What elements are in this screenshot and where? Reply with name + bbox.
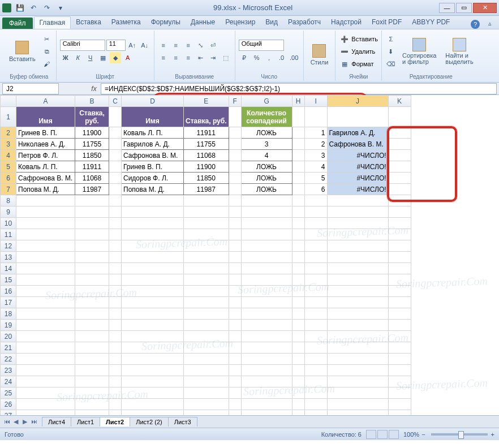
cell-G26[interactable]: [241, 399, 292, 410]
ribbon-tab-6[interactable]: Вид: [260, 16, 283, 29]
cell-B23[interactable]: [75, 365, 109, 376]
cell-C13[interactable]: [109, 252, 122, 263]
cut-icon[interactable]: ✂: [41, 33, 53, 45]
cell-E18[interactable]: [184, 308, 229, 320]
cell-A23[interactable]: [16, 365, 75, 376]
cell-I1[interactable]: [304, 107, 327, 127]
cell-J20[interactable]: [327, 331, 388, 342]
cell-I19[interactable]: [304, 320, 327, 331]
border-icon[interactable]: ▦: [97, 52, 109, 63]
file-tab[interactable]: Файл: [2, 18, 33, 29]
cell-J17[interactable]: [327, 297, 388, 308]
cell-H7[interactable]: [292, 184, 304, 195]
cell-J13[interactable]: [327, 252, 388, 263]
cell-H16[interactable]: [292, 286, 304, 297]
sort-filter-button[interactable]: Сортировка и фильтр: [399, 37, 440, 66]
cell-G4[interactable]: 4: [241, 150, 292, 161]
cell-G7[interactable]: ЛОЖЬ: [241, 184, 292, 195]
cell-B7[interactable]: 11987: [75, 184, 109, 195]
cell-H3[interactable]: [292, 139, 304, 150]
insert-cells-icon[interactable]: ➕: [339, 33, 350, 45]
cell-C10[interactable]: [109, 218, 122, 229]
row-header-7[interactable]: 7: [1, 184, 16, 195]
cell-J24[interactable]: [327, 376, 388, 387]
cell-K2[interactable]: [388, 127, 411, 139]
cell-B9[interactable]: [75, 206, 109, 218]
cell-J14[interactable]: [327, 263, 388, 274]
insert-cells-label[interactable]: Вставить: [351, 36, 378, 42]
cell-E22[interactable]: [184, 354, 229, 365]
cell-J23[interactable]: [327, 365, 388, 376]
cell-F13[interactable]: [229, 252, 241, 263]
cell-H20[interactable]: [292, 331, 304, 342]
help-icon[interactable]: ?: [471, 20, 480, 29]
cell-D25[interactable]: [122, 387, 184, 399]
close-button[interactable]: ✕: [473, 3, 497, 13]
cell-K10[interactable]: [388, 218, 411, 229]
cell-B8[interactable]: [75, 195, 109, 206]
number-format-combo[interactable]: Общий: [239, 40, 284, 51]
cell-A11[interactable]: [16, 229, 75, 240]
cell-D21[interactable]: [122, 342, 184, 354]
cell-A2[interactable]: Гринев В. П.: [16, 127, 75, 139]
cell-B20[interactable]: [75, 331, 109, 342]
cell-F17[interactable]: [229, 297, 241, 308]
cell-J25[interactable]: [327, 387, 388, 399]
cell-J19[interactable]: [327, 320, 388, 331]
copy-icon[interactable]: ⧉: [41, 46, 53, 57]
cell-D18[interactable]: [122, 308, 184, 320]
cell-C5[interactable]: [109, 161, 122, 173]
cell-G23[interactable]: [241, 365, 292, 376]
wrap-text-icon[interactable]: ⏎: [208, 40, 219, 51]
cell-I2[interactable]: 1: [304, 127, 327, 139]
col-header-G[interactable]: G: [241, 96, 292, 107]
cell-I21[interactable]: [304, 342, 327, 354]
ribbon-tab-10[interactable]: ABBYY PDF: [407, 16, 455, 29]
cell-B13[interactable]: [75, 252, 109, 263]
cell-J22[interactable]: [327, 354, 388, 365]
cell-F25[interactable]: [229, 387, 241, 399]
cell-D10[interactable]: [122, 218, 184, 229]
cell-E7[interactable]: 11987: [184, 184, 229, 195]
cell-A9[interactable]: [16, 206, 75, 218]
col-header-A[interactable]: A: [16, 96, 75, 107]
cell-H13[interactable]: [292, 252, 304, 263]
cell-A12[interactable]: [16, 240, 75, 252]
cell-J2[interactable]: Гаврилов А. Д.: [327, 127, 388, 139]
cell-D17[interactable]: [122, 297, 184, 308]
cell-A13[interactable]: [16, 252, 75, 263]
cell-J18[interactable]: [327, 308, 388, 320]
cell-E6[interactable]: 11850: [184, 173, 229, 184]
format-cells-label[interactable]: Формат: [351, 61, 373, 67]
cell-G19[interactable]: [241, 320, 292, 331]
cell-B2[interactable]: 11900: [75, 127, 109, 139]
row-header-5[interactable]: 5: [1, 161, 16, 173]
cell-D6[interactable]: Сидоров Ф. Л.: [122, 173, 184, 184]
cell-A26[interactable]: [16, 399, 75, 410]
cell-A10[interactable]: [16, 218, 75, 229]
cell-K9[interactable]: [388, 206, 411, 218]
name-box[interactable]: J2: [2, 83, 59, 94]
cell-C16[interactable]: [109, 286, 122, 297]
cell-A21[interactable]: [16, 342, 75, 354]
cell-K7[interactable]: [388, 184, 411, 195]
cell-A19[interactable]: [16, 320, 75, 331]
cell-B16[interactable]: [75, 286, 109, 297]
cell-F15[interactable]: [229, 274, 241, 286]
cell-E23[interactable]: [184, 365, 229, 376]
cell-K17[interactable]: [388, 297, 411, 308]
cell-F1[interactable]: [229, 107, 241, 127]
cell-E13[interactable]: [184, 252, 229, 263]
cell-B10[interactable]: [75, 218, 109, 229]
cell-E26[interactable]: [184, 399, 229, 410]
cell-G6[interactable]: ЛОЖЬ: [241, 173, 292, 184]
cell-A7[interactable]: Попова М. Д.: [16, 184, 75, 195]
cell-I8[interactable]: [304, 195, 327, 206]
cell-C24[interactable]: [109, 376, 122, 387]
cell-K19[interactable]: [388, 320, 411, 331]
cell-E20[interactable]: [184, 331, 229, 342]
cell-A18[interactable]: [16, 308, 75, 320]
cell-H6[interactable]: [292, 173, 304, 184]
row-header-10[interactable]: 10: [1, 218, 16, 229]
qat-more-icon[interactable]: ▾: [54, 2, 67, 14]
